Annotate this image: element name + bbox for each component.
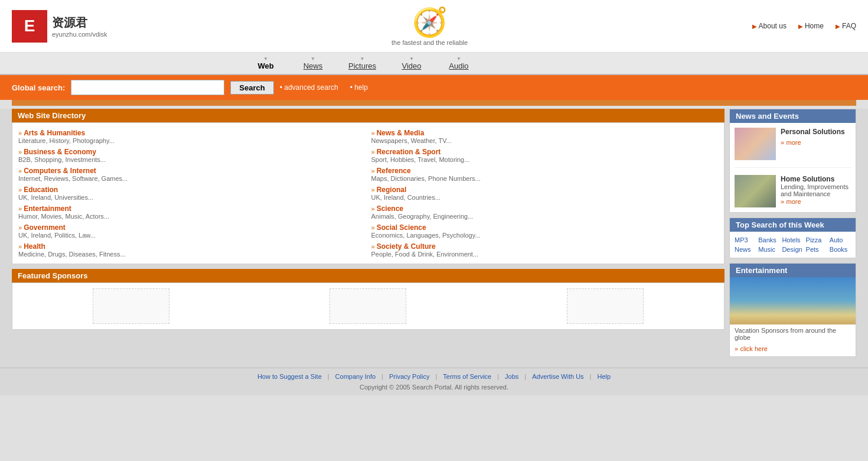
dir-item-social: »Social Science Economics, Languages, Ps… — [371, 223, 719, 239]
tag-design[interactable]: Design — [782, 246, 803, 253]
dir-item-health: »Health Medicine, Drugs, Diseases, Fitne… — [18, 242, 366, 258]
dir-link-news[interactable]: News & Media — [377, 129, 425, 137]
footer-link-suggest[interactable]: How to Suggest a Site — [257, 373, 322, 380]
logo-url: eyunzhu.com/vdisk — [52, 31, 107, 38]
directory-header: Web Site Directory — [12, 109, 725, 122]
dir-link-regional[interactable]: Regional — [377, 186, 407, 194]
tab-video[interactable]: ▼ Video — [388, 53, 435, 74]
dir-item-computers: »Computers & Internet Internet, Reviews,… — [18, 167, 366, 182]
news-events-header: News and Events — [730, 109, 856, 123]
dir-link-recreation[interactable]: Recreation & Sport — [377, 148, 441, 156]
directory-panel: Web Site Directory »Arts & Humanities Li… — [12, 109, 725, 264]
dir-link-entertainment[interactable]: Entertainment — [24, 204, 71, 213]
search-bar: Global search: Search • advanced search … — [0, 75, 868, 100]
search-button[interactable]: Search — [230, 81, 273, 95]
entertainment-caption: Vacation Sponsors from around the globe — [730, 324, 856, 343]
tab-audio[interactable]: ▼ Audio — [435, 53, 482, 74]
sponsors-header: Featured Sponsors — [12, 269, 725, 283]
dir-link-education[interactable]: Education — [24, 186, 58, 194]
nav-about[interactable]: ▶ About us — [752, 22, 787, 30]
tab-news[interactable]: ▼ News — [289, 53, 337, 74]
dir-item-news: »News & Media Newspapers, Weather, TV... — [371, 129, 719, 144]
news-personal: Personal Solutions » more — [730, 123, 856, 165]
footer-link-terms[interactable]: Terms of Service — [443, 373, 491, 380]
dir-item-reference: »Reference Maps, Dictionaries, Phone Num… — [371, 167, 719, 182]
dir-item-regional: »Regional UK, Ireland, Countries... — [371, 186, 719, 201]
footer-link-jobs[interactable]: Jobs — [505, 373, 518, 380]
tag-music[interactable]: Music — [758, 246, 779, 253]
dir-link-science[interactable]: Science — [377, 204, 403, 213]
sponsor-slot-1 — [93, 288, 169, 324]
search-label: Global search: — [12, 83, 65, 92]
footer: How to Suggest a Site | Company Info | P… — [0, 368, 868, 395]
dir-item-recreation: »Recreation & Sport Sport, Hobbies, Trav… — [371, 148, 719, 163]
right-panel: News and Events Personal Solutions » mor… — [729, 109, 856, 362]
footer-links: How to Suggest a Site | Company Info | P… — [12, 373, 856, 380]
logo-text: 资源君 — [52, 15, 107, 31]
tag-banks[interactable]: Banks — [758, 236, 779, 244]
dir-link-computers[interactable]: Computers & Internet — [24, 167, 96, 175]
orange-divider — [12, 100, 856, 106]
dir-link-business[interactable]: Business & Economy — [24, 148, 96, 156]
dir-link-society[interactable]: Society & Culture — [377, 242, 436, 251]
search-input[interactable] — [71, 80, 224, 95]
dir-link-health[interactable]: Health — [24, 242, 45, 251]
tag-books[interactable]: Books — [830, 246, 851, 253]
dir-link-social[interactable]: Social Science — [377, 223, 426, 232]
top-search-header: Top Search of this Week — [730, 218, 856, 232]
tagline: the fastest and the reliable — [391, 39, 468, 46]
dir-item-science: »Science Animals, Geography, Engineering… — [371, 204, 719, 220]
header-nav: ▶ About us ▶ Home ▶ FAQ — [752, 22, 856, 30]
dir-item-arts: »Arts & Humanities Literature, History, … — [18, 129, 366, 144]
left-panel: Web Site Directory »Arts & Humanities Li… — [12, 109, 725, 362]
footer-copyright: Copyright © 2005 Search Portal. All righ… — [12, 384, 856, 391]
footer-link-company[interactable]: Company Info — [335, 373, 376, 380]
news-events-panel: News and Events Personal Solutions » mor… — [729, 109, 856, 213]
news-home: Home Solutions Lending, Improvements and… — [730, 170, 856, 212]
footer-link-privacy[interactable]: Privacy Policy — [389, 373, 429, 380]
compass-icon: 🧭 — [391, 6, 468, 39]
help-link[interactable]: • help — [350, 83, 368, 92]
sponsor-slot-3 — [567, 288, 644, 324]
sponsor-slot-2 — [329, 288, 406, 324]
personal-image — [735, 128, 776, 160]
tag-hotels[interactable]: Hotels — [782, 236, 803, 244]
sponsors-panel: Featured Sponsors — [12, 269, 725, 330]
dir-link-reference[interactable]: Reference — [377, 167, 411, 175]
directory-content: »Arts & Humanities Literature, History, … — [12, 122, 725, 264]
dir-item-entertainment: »Entertainment Humor, Movies, Music, Act… — [18, 204, 366, 220]
nav-home[interactable]: ▶ Home — [798, 22, 824, 30]
sponsors-content — [12, 283, 725, 330]
entertainment-image — [730, 277, 856, 324]
entertainment-panel: Entertainment Vacation Sponsors from aro… — [729, 263, 856, 357]
footer-link-advertise[interactable]: Advertise With Us — [532, 373, 583, 380]
top-search-grid: MP3 Banks Hotels Pizza Auto News Music D… — [730, 232, 856, 258]
tab-pictures[interactable]: ▼ Pictures — [337, 53, 388, 74]
logo: E 资源君 eyunzhu.com/vdisk — [12, 10, 107, 43]
dir-item-government: »Government UK, Ireland, Politics, Law..… — [18, 223, 366, 239]
tag-pizza[interactable]: Pizza — [806, 236, 827, 244]
home-more-link[interactable]: more — [786, 198, 801, 205]
tag-news[interactable]: News — [735, 246, 756, 253]
dir-link-government[interactable]: Government — [24, 223, 66, 232]
header-center: 🧭 the fastest and the reliable — [391, 6, 468, 46]
tag-auto[interactable]: Auto — [830, 236, 851, 244]
nav-faq[interactable]: ▶ FAQ — [836, 22, 856, 30]
top-search-panel: Top Search of this Week MP3 Banks Hotels… — [729, 217, 856, 258]
entertainment-link[interactable]: click here — [740, 345, 767, 352]
entertainment-header: Entertainment — [730, 264, 856, 277]
personal-more-link[interactable]: more — [786, 139, 801, 146]
advanced-search-link[interactable]: • advanced search — [280, 83, 338, 92]
dir-item-business: »Business & Economy B2B, Shopping, Inves… — [18, 148, 366, 163]
tab-bar: ▼ Web ▼ News ▼ Pictures ▼ Video ▼ Audio — [0, 53, 868, 75]
footer-link-help[interactable]: Help — [597, 373, 611, 380]
dir-item-society: »Society & Culture People, Food & Drink,… — [371, 242, 719, 258]
tab-web[interactable]: ▼ Web — [242, 53, 289, 74]
divider — [735, 167, 851, 168]
dir-item-education: »Education UK, Ireland, Universities... — [18, 186, 366, 201]
dir-link-arts[interactable]: Arts & Humanities — [24, 129, 85, 137]
tag-pets[interactable]: Pets — [806, 246, 827, 253]
tag-mp3[interactable]: MP3 — [735, 236, 756, 244]
logo-icon: E — [12, 10, 47, 43]
home-image — [735, 175, 776, 207]
